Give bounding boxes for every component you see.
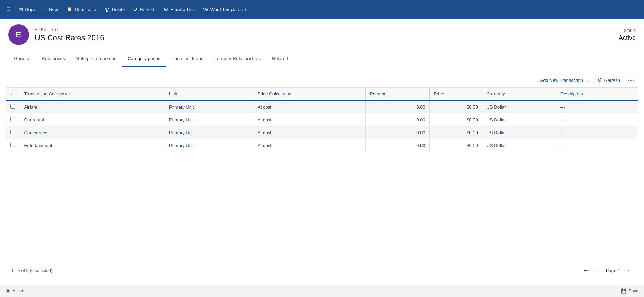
grid-refresh-label: Refresh <box>604 78 620 83</box>
grid-toolbar: + Add New Transaction ... ↺ Refresh ⋯ <box>6 73 638 88</box>
delete-button[interactable]: 🗑 Delete <box>101 5 129 15</box>
checkmark-icon: ✓ <box>10 91 14 96</box>
row-check[interactable] <box>6 100 20 113</box>
tab-role-prices[interactable]: Role prices <box>36 51 71 67</box>
row-checkbox[interactable] <box>10 104 15 109</box>
row-transaction-category[interactable]: Airfare <box>20 100 165 113</box>
price-label: Price <box>434 91 444 96</box>
word-icon: W <box>203 7 208 12</box>
row-price: $0.00 <box>429 100 482 113</box>
unit-header[interactable]: Unit <box>165 88 253 100</box>
record-label: PRICE LIST <box>35 27 104 32</box>
table-row: Conference Primary Unit At cost 0.00 $0.… <box>6 126 638 139</box>
row-transaction-category[interactable]: Entertainment <box>20 139 165 152</box>
pagination: ⊢ ← Page 1 → <box>582 266 633 275</box>
first-page-button[interactable]: ⊢ <box>582 266 591 275</box>
save-label: Save <box>629 289 639 294</box>
record-status: Status Active <box>619 28 636 42</box>
description-label: Description <box>560 91 583 96</box>
nav-icon: ☰ <box>6 6 11 12</box>
transaction-category-header[interactable]: Transaction Category ↑ <box>20 88 165 100</box>
status-value: Active <box>619 34 636 42</box>
tab-category-prices[interactable]: Category prices <box>122 51 166 67</box>
row-percent: 0.00 <box>366 139 430 152</box>
email-icon: ✉ <box>164 6 168 12</box>
row-currency[interactable]: US Dollar <box>482 139 556 152</box>
row-currency[interactable]: US Dollar <box>482 100 556 113</box>
row-check[interactable] <box>6 126 20 139</box>
email-link-button[interactable]: ✉ Email a Link <box>160 4 199 15</box>
category-prices-table: ✓ Transaction Category ↑ Unit Pr <box>6 88 638 152</box>
next-page-button[interactable]: → <box>623 266 633 275</box>
row-price-calculation: At cost <box>253 113 366 126</box>
grid-footer: 1 - 4 of 9 (0 selected) ⊢ ← Page 1 → <box>6 262 638 279</box>
grid-refresh-button[interactable]: ↺ Refresh <box>595 76 622 85</box>
refresh-label: Refresh <box>140 7 156 12</box>
new-icon: + <box>44 7 47 12</box>
row-currency[interactable]: US Dollar <box>482 113 556 126</box>
tab-price-list-items[interactable]: Price List Items <box>166 51 209 67</box>
word-templates-button[interactable]: W Word Templates ▾ <box>200 5 250 15</box>
avatar-icon: ⊟ <box>16 30 22 39</box>
add-new-transaction-button[interactable]: + Add New Transaction ... <box>534 76 590 84</box>
tab-general[interactable]: General <box>8 51 36 67</box>
row-percent: 0.00 <box>366 100 430 113</box>
save-button[interactable]: 💾 Save <box>621 288 639 294</box>
price-header[interactable]: Price <box>429 88 482 100</box>
price-calculation-label: Price Calculation <box>258 91 291 96</box>
delete-icon: 🗑 <box>105 7 110 12</box>
check-all-header[interactable]: ✓ <box>6 88 20 100</box>
main-content: ⊟ PRICE LIST US Cost Rates 2016 Status A… <box>0 19 644 285</box>
row-transaction-category[interactable]: Conference <box>20 126 165 139</box>
row-checkbox[interactable] <box>10 130 15 134</box>
row-checkbox[interactable] <box>10 143 15 147</box>
new-button[interactable]: + New <box>40 5 61 15</box>
unit-label: Unit <box>169 91 177 96</box>
table-header-row: ✓ Transaction Category ↑ Unit Pr <box>6 88 638 100</box>
row-check[interactable] <box>6 139 20 152</box>
tab-territory-relationships[interactable]: Territory Relationships <box>209 51 267 67</box>
delete-label: Delete <box>112 7 125 12</box>
row-price-calculation: At cost <box>253 139 366 152</box>
row-description: --- <box>556 100 638 113</box>
record-header: ⊟ PRICE LIST US Cost Rates 2016 Status A… <box>0 19 644 51</box>
nav-button[interactable]: ☰ <box>3 4 14 15</box>
row-currency[interactable]: US Dollar <box>482 126 556 139</box>
currency-header[interactable]: Currency <box>482 88 556 100</box>
prev-page-button[interactable]: ← <box>593 266 603 275</box>
row-unit[interactable]: Primary Unit <box>165 139 253 152</box>
percent-label: Percent <box>370 91 385 96</box>
tab-related[interactable]: Related <box>266 51 294 67</box>
transaction-category-label: Transaction Category <box>24 91 67 96</box>
avatar: ⊟ <box>8 24 29 45</box>
copy-label: Copy <box>25 7 35 12</box>
grid-more-button[interactable]: ⋯ <box>628 76 634 84</box>
copy-button[interactable]: ⧉ Copy <box>16 4 39 15</box>
row-percent: 0.00 <box>366 126 430 139</box>
deactivate-label: Deactivate <box>75 7 96 12</box>
table-body: Airfare Primary Unit At cost 0.00 $0.00 … <box>6 100 638 152</box>
deactivate-icon: 🔲 <box>66 6 73 12</box>
description-header[interactable]: Description <box>556 88 638 100</box>
table-row: Airfare Primary Unit At cost 0.00 $0.00 … <box>6 100 638 113</box>
new-label: New <box>49 7 58 12</box>
row-checkbox[interactable] <box>10 117 15 121</box>
row-transaction-category[interactable]: Car rental <box>20 113 165 126</box>
row-unit[interactable]: Primary Unit <box>165 100 253 113</box>
refresh-icon: ↺ <box>133 6 138 12</box>
tab-role-price-markups[interactable]: Role price markups <box>71 51 122 67</box>
row-unit[interactable]: Primary Unit <box>165 113 253 126</box>
refresh-button[interactable]: ↺ Refresh <box>130 4 159 15</box>
status-bar: ▣ Active 💾 Save <box>0 285 644 297</box>
percent-header[interactable]: Percent <box>366 88 430 100</box>
chevron-down-icon: ▾ <box>245 7 247 12</box>
deactivate-button[interactable]: 🔲 Deactivate <box>63 4 99 15</box>
status-bar-left: ▣ Active <box>6 288 24 294</box>
email-link-label: Email a Link <box>171 7 195 12</box>
page-label: Page 1 <box>606 268 620 273</box>
price-calculation-header[interactable]: Price Calculation <box>253 88 366 100</box>
grid-container: + Add New Transaction ... ↺ Refresh ⋯ ✓ <box>6 73 638 279</box>
status-label: Status <box>619 28 636 33</box>
row-unit[interactable]: Primary Unit <box>165 126 253 139</box>
row-check[interactable] <box>6 113 20 126</box>
